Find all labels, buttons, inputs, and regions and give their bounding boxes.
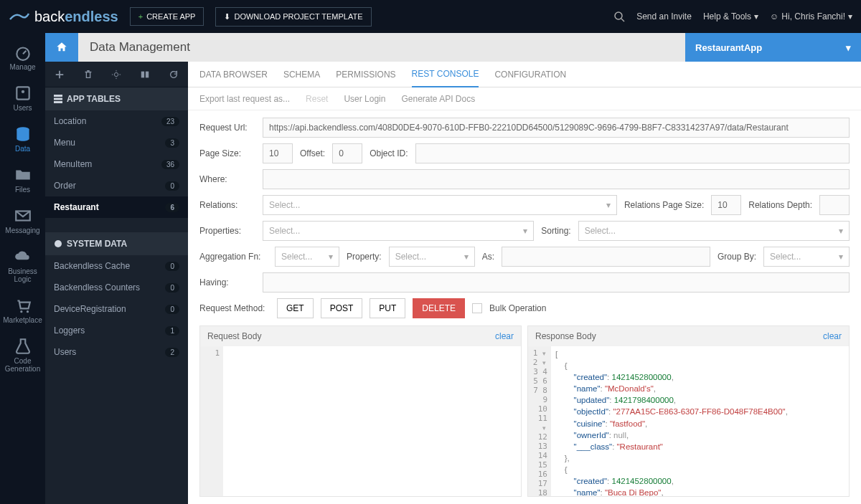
property-label: Property: (347, 252, 382, 262)
svg-point-5 (21, 90, 24, 93)
request-body-title: Request Body (207, 331, 261, 341)
response-clear-link[interactable]: clear (823, 331, 842, 341)
cloud-code-icon (14, 247, 32, 266)
database-icon (14, 125, 32, 143)
svg-rect-13 (54, 95, 62, 97)
sorting-select[interactable]: Select...▾ (578, 221, 850, 241)
page-size-input[interactable] (263, 143, 293, 163)
put-button[interactable]: PUT (370, 298, 405, 318)
user-login-link[interactable]: User Login (344, 94, 385, 104)
request-method-label: Request Method: (199, 303, 270, 313)
system-data-header: SYSTEM DATA (45, 232, 188, 255)
nav-data[interactable]: Data (3, 120, 43, 157)
nav-users[interactable]: Users (3, 80, 43, 116)
nav-code-generation[interactable]: CodeGeneration (3, 333, 43, 377)
svg-line-1 (621, 19, 624, 22)
as-label: As: (482, 252, 494, 262)
add-icon[interactable] (55, 70, 65, 80)
home-icon[interactable] (45, 33, 78, 62)
nav-marketplace[interactable]: Marketplace (3, 292, 43, 328)
svg-rect-15 (54, 101, 62, 103)
property-select[interactable]: Select...▾ (389, 247, 475, 267)
systable-backendless-cache[interactable]: Backendless Cache0 (45, 255, 188, 277)
where-input[interactable] (263, 169, 850, 189)
create-app-button[interactable]: +CREATE APP (130, 7, 204, 26)
post-button[interactable]: POST (321, 298, 363, 318)
tab-schema[interactable]: SCHEMA (283, 62, 320, 87)
group-by-select[interactable]: Select...▾ (763, 247, 850, 267)
svg-rect-14 (54, 98, 62, 100)
relations-label: Relations: (199, 200, 255, 210)
folder-icon (14, 166, 32, 184)
request-body-panel: Request Bodyclear 1 (199, 325, 522, 497)
envelope-icon (14, 206, 32, 225)
app-tables-header: APP TABLES (45, 87, 188, 110)
delete-button[interactable]: DELETE (413, 298, 465, 318)
svg-point-10 (115, 72, 118, 76)
table-location[interactable]: Location23 (45, 110, 188, 132)
relations-depth-input[interactable] (819, 195, 850, 215)
properties-label: Properties: (199, 226, 255, 236)
table-restaurant[interactable]: Restaurant6 (45, 196, 188, 218)
nav-messaging[interactable]: Messaging (3, 202, 43, 239)
nav-manage[interactable]: Manage (3, 39, 43, 75)
gear-icon[interactable] (111, 70, 121, 80)
group-by-label: Group By: (718, 252, 756, 262)
relations-depth-label: Relations Depth: (748, 200, 812, 210)
bulk-operation-label: Bulk Operation (489, 303, 546, 313)
gear-small-icon (54, 239, 62, 248)
refresh-icon[interactable] (169, 70, 179, 80)
svg-point-8 (20, 310, 22, 313)
book-icon[interactable] (140, 70, 150, 80)
aggregation-fn-select[interactable]: Select...▾ (275, 247, 339, 267)
relations-select[interactable]: Select...▾ (263, 195, 617, 215)
having-input[interactable] (263, 272, 850, 293)
get-button[interactable]: GET (277, 298, 314, 318)
logo[interactable]: backendless (9, 9, 118, 25)
app-selector[interactable]: RestaurantApp▾ (685, 33, 861, 62)
request-clear-link[interactable]: clear (495, 331, 514, 341)
tab-permissions[interactable]: PERMISSIONS (336, 62, 395, 87)
help-tools-menu[interactable]: Help & Tools ▾ (703, 11, 758, 22)
logo-text: backendless (34, 9, 118, 25)
tab-rest-console[interactable]: REST CONSOLE (412, 62, 479, 87)
svg-point-9 (26, 310, 28, 313)
as-input[interactable] (502, 247, 710, 267)
properties-select[interactable]: Select...▾ (263, 221, 534, 241)
search-icon[interactable] (613, 11, 625, 22)
offset-input[interactable] (332, 143, 362, 163)
trash-icon[interactable] (83, 70, 93, 80)
response-body-viewer[interactable]: [ { "created": 1421452800000, "name": "M… (551, 346, 849, 496)
gauge-icon (14, 43, 32, 62)
systable-loggers[interactable]: Loggers1 (45, 320, 188, 341)
where-label: Where: (199, 174, 255, 184)
table-menuitem[interactable]: MenuItem36 (45, 153, 188, 175)
table-menu[interactable]: Menu3 (45, 132, 188, 153)
systable-backendless-counters[interactable]: Backendless Counters0 (45, 277, 188, 298)
relations-page-size-label: Relations Page Size: (624, 200, 704, 210)
user-menu[interactable]: ☺ Hi, Chris Fanchi! ▾ (770, 11, 852, 22)
svg-point-0 (615, 12, 622, 19)
tab-configuration[interactable]: CONFIGURATION (494, 62, 566, 87)
tab-data-browser[interactable]: DATA BROWSER (199, 62, 268, 87)
tables-sidebar: APP TABLES Location23Menu3MenuItem36Orde… (45, 62, 188, 504)
nav-business-logic[interactable]: BusinessLogic (3, 243, 43, 287)
systable-users[interactable]: Users2 (45, 341, 188, 363)
systable-deviceregistration[interactable]: DeviceRegistration0 (45, 298, 188, 320)
nav-files[interactable]: Files (3, 161, 43, 198)
request-body-editor[interactable] (223, 346, 521, 496)
reset-link[interactable]: Reset (306, 94, 328, 104)
svg-point-2 (17, 48, 29, 60)
send-invite-link[interactable]: Send an Invite (636, 11, 692, 22)
bulk-operation-checkbox[interactable] (472, 303, 482, 313)
logo-swoosh-icon (9, 9, 30, 24)
download-template-button[interactable]: ⬇DOWNLOAD PROJECT TEMPLATE (215, 7, 371, 27)
request-url-input[interactable] (263, 118, 850, 138)
generate-api-docs-link[interactable]: Generate API Docs (401, 94, 475, 104)
table-order[interactable]: Order0 (45, 175, 188, 196)
having-label: Having: (199, 277, 255, 287)
object-id-input[interactable] (415, 143, 850, 163)
export-request-link[interactable]: Export last request as... (199, 94, 290, 104)
response-body-title: Response Body (535, 331, 596, 341)
relations-page-size-input[interactable] (711, 195, 741, 215)
